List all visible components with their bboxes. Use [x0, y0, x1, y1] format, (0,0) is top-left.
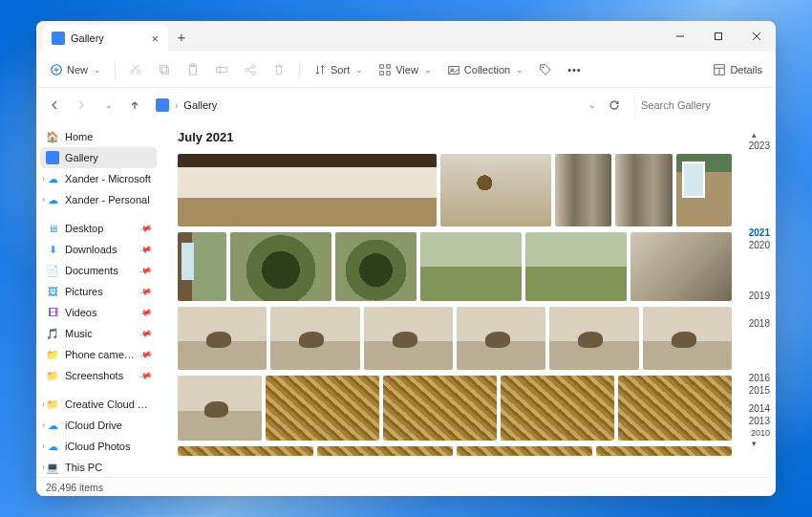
year-marker[interactable]: 2016: [737, 372, 770, 384]
photo-thumbnail[interactable]: [335, 232, 416, 301]
photo-thumbnail[interactable]: [420, 232, 522, 301]
photo-thumbnail[interactable]: [630, 232, 732, 301]
sidebar: 🏠 Home Gallery › ☁ Xander - Microsoft › …: [36, 122, 160, 477]
svg-rect-11: [217, 67, 227, 72]
back-button[interactable]: [44, 95, 65, 116]
tab-gallery[interactable]: Gallery ×: [42, 25, 168, 52]
rename-button[interactable]: [209, 59, 234, 80]
maximize-button[interactable]: [699, 21, 737, 52]
year-marker[interactable]: 2019: [737, 290, 770, 302]
sidebar-item-videos[interactable]: 🎞 Videos 📌: [40, 302, 157, 323]
new-button[interactable]: New ⌄: [44, 59, 107, 80]
photo-thumbnail[interactable]: [266, 376, 379, 441]
photo-thumbnail[interactable]: [457, 307, 545, 370]
year-marker[interactable]: 2015: [737, 384, 770, 397]
photo-thumbnail[interactable]: [643, 307, 732, 370]
recent-dropdown-icon[interactable]: ⌄: [97, 95, 118, 116]
sidebar-item-desktop[interactable]: 🖥 Desktop 📌: [40, 218, 157, 239]
year-marker[interactable]: 2020: [737, 239, 770, 251]
photo-thumbnail[interactable]: [676, 154, 732, 226]
year-marker[interactable]: 2023: [737, 140, 770, 152]
year-marker[interactable]: 2010: [737, 427, 770, 439]
scroll-up-icon[interactable]: ▴: [737, 130, 770, 140]
photo-thumbnail[interactable]: [178, 376, 262, 441]
share-button[interactable]: [238, 59, 263, 80]
photo-thumbnail[interactable]: [364, 307, 453, 370]
cut-button[interactable]: [123, 59, 148, 80]
collection-button[interactable]: Collection ⌄: [441, 59, 529, 80]
photo-thumbnail[interactable]: [230, 232, 331, 301]
sidebar-item-this-pc[interactable]: › 💻 This PC: [40, 457, 157, 477]
sidebar-item-screenshots[interactable]: 📁 Screenshots 📌: [40, 365, 157, 386]
photo-thumbnail[interactable]: [178, 446, 313, 456]
address-history-icon[interactable]: ⌄: [588, 100, 596, 110]
sidebar-label: Home: [65, 131, 151, 142]
sidebar-label: This PC: [65, 462, 151, 473]
new-tab-button[interactable]: +: [168, 21, 195, 52]
gallery-grid[interactable]: July 2021: [160, 122, 737, 477]
expand-icon[interactable]: ›: [42, 195, 45, 205]
expand-icon[interactable]: ›: [42, 442, 45, 451]
expand-icon[interactable]: ›: [42, 463, 45, 472]
photo-thumbnail[interactable]: [440, 154, 551, 226]
paste-button[interactable]: [181, 59, 205, 80]
close-window-button[interactable]: [737, 21, 776, 52]
year-marker-selected[interactable]: 2021: [737, 226, 770, 239]
home-icon: 🏠: [46, 130, 59, 143]
sidebar-item-icloud-drive[interactable]: › ☁ iCloud Drive: [40, 415, 157, 436]
sidebar-item-home[interactable]: 🏠 Home: [40, 126, 157, 147]
details-button[interactable]: Details: [707, 59, 768, 80]
sidebar-item-music[interactable]: 🎵 Music 📌: [40, 323, 157, 344]
copy-button[interactable]: [152, 59, 177, 80]
year-marker[interactable]: 2013: [737, 415, 770, 427]
sidebar-item-onedrive-personal[interactable]: › ☁ Xander - Personal: [40, 189, 157, 210]
photo-thumbnail[interactable]: [178, 232, 226, 301]
sidebar-label: Videos: [65, 307, 135, 318]
sidebar-label: iCloud Photos: [65, 441, 151, 452]
sidebar-item-downloads[interactable]: ⬇ Downloads 📌: [40, 239, 157, 260]
photo-thumbnail[interactable]: [383, 376, 497, 441]
minimize-button[interactable]: [661, 21, 699, 52]
view-button[interactable]: View ⌄: [373, 59, 438, 80]
sidebar-item-creative-cloud[interactable]: › 📁 Creative Cloud Files: [40, 394, 157, 415]
sidebar-item-onedrive-ms[interactable]: › ☁ Xander - Microsoft: [40, 168, 157, 189]
year-marker[interactable]: 2014: [737, 402, 770, 415]
photo-thumbnail[interactable]: [615, 154, 673, 226]
up-button[interactable]: [124, 95, 145, 116]
photo-thumbnail[interactable]: [178, 307, 267, 370]
photo-thumbnail[interactable]: [178, 154, 437, 226]
sidebar-item-pictures[interactable]: 🖼 Pictures 📌: [40, 281, 157, 302]
expand-icon[interactable]: ›: [42, 420, 45, 430]
sort-label: Sort: [331, 64, 350, 75]
photo-thumbnail[interactable]: [618, 376, 732, 441]
expand-icon[interactable]: ›: [42, 399, 45, 409]
search-box[interactable]: [634, 93, 768, 118]
sidebar-item-phone-camera[interactable]: 📁 Phone camera ro 📌: [40, 344, 157, 365]
scroll-down-icon[interactable]: ▾: [737, 439, 770, 448]
photo-thumbnail[interactable]: [501, 376, 614, 441]
expand-icon[interactable]: ›: [42, 174, 45, 183]
refresh-button[interactable]: [604, 95, 625, 116]
more-button[interactable]: •••: [562, 60, 588, 79]
tag-button[interactable]: [533, 59, 558, 80]
delete-button[interactable]: [267, 59, 291, 80]
search-input[interactable]: [641, 99, 773, 111]
address-bar[interactable]: › Gallery: [151, 94, 581, 117]
photo-thumbnail[interactable]: [457, 446, 592, 456]
forward-button[interactable]: [71, 95, 92, 116]
close-tab-icon[interactable]: ×: [151, 32, 159, 46]
photo-thumbnail[interactable]: [596, 446, 732, 456]
photo-thumbnail[interactable]: [525, 232, 627, 301]
photo-thumbnail[interactable]: [549, 307, 638, 370]
sort-button[interactable]: Sort ⌄: [308, 59, 369, 80]
year-scrollbar[interactable]: ▴ 2023 2021 2020 2019 2018 2016 2015 201…: [737, 122, 776, 477]
sidebar-item-documents[interactable]: 📄 Documents 📌: [40, 260, 157, 281]
pin-icon: 📌: [139, 264, 153, 277]
photo-thumbnail[interactable]: [317, 446, 453, 456]
photo-thumbnail[interactable]: [555, 154, 612, 226]
pin-icon: 📌: [139, 369, 153, 382]
sidebar-item-icloud-photos[interactable]: › ☁ iCloud Photos: [40, 436, 157, 457]
photo-thumbnail[interactable]: [270, 307, 359, 370]
year-marker[interactable]: 2018: [737, 317, 770, 330]
sidebar-item-gallery[interactable]: Gallery: [40, 147, 157, 168]
